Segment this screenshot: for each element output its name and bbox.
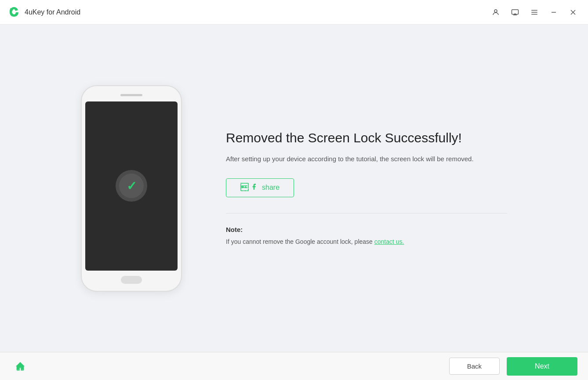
home-button[interactable] (11, 357, 30, 376)
share-button[interactable]:  share (226, 178, 294, 197)
svg-marker-8 (16, 362, 25, 369)
close-button[interactable] (565, 4, 581, 20)
menu-button[interactable] (526, 4, 542, 20)
next-button[interactable]: Next (507, 357, 577, 376)
phone-speaker (120, 94, 142, 96)
phone-screen: ✓ (85, 101, 178, 271)
svg-point-0 (494, 10, 497, 12)
note-heading: Note: (226, 226, 507, 233)
app-title: 4uKey for Android (25, 8, 80, 16)
app-logo: 4uKey for Android (7, 5, 80, 19)
contact-us-link[interactable]: contact us. (374, 238, 404, 245)
account-icon (492, 8, 500, 16)
window-controls (488, 4, 581, 20)
back-button[interactable]: Back (449, 358, 500, 375)
facebook-svg-icon (250, 183, 258, 190)
note-text-before: If you cannot remove the Google account … (226, 238, 374, 245)
note-content: If you cannot remove the Google account … (226, 237, 507, 246)
main-content: ✓ Removed the Screen Lock Successfully! … (0, 25, 588, 352)
minimize-icon (551, 9, 557, 15)
titlebar: 4uKey for Android (0, 0, 588, 25)
phone-device: ✓ (81, 85, 182, 292)
success-title: Removed the Screen Lock Successfully! (226, 130, 507, 146)
close-icon (570, 9, 576, 15)
success-circle-outer: ✓ (116, 170, 147, 202)
account-button[interactable] (488, 4, 504, 20)
checkmark-icon: ✓ (127, 179, 137, 193)
facebook-icon:  (240, 183, 258, 192)
success-circle-inner: ✓ (119, 174, 144, 198)
phone-illustration: ✓ (81, 85, 182, 292)
phone-home-button (121, 276, 142, 284)
share-label: share (262, 184, 279, 192)
message-button[interactable] (507, 4, 523, 20)
hamburger-icon (530, 8, 538, 16)
logo-icon (7, 5, 21, 19)
home-icon (15, 361, 26, 372)
success-description: After setting up your device according t… (226, 154, 507, 164)
minimize-button[interactable] (546, 4, 562, 20)
right-panel: Removed the Screen Lock Successfully! Af… (226, 130, 507, 246)
divider (226, 213, 507, 214)
footer: Back Next (0, 352, 588, 380)
message-icon (511, 8, 519, 16)
